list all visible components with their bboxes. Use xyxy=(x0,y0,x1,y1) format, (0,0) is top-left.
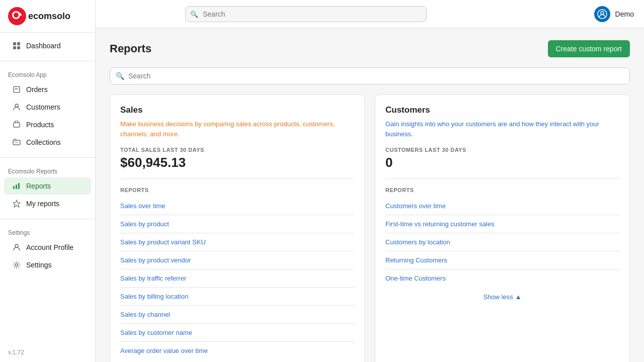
sidebar-item-orders[interactable]: Orders xyxy=(4,81,91,98)
svg-rect-5 xyxy=(17,42,20,45)
reports-cards-grid: Sales Make business decisions by compari… xyxy=(110,95,630,362)
settings-section-label: Settings xyxy=(0,225,95,238)
sidebar-item-settings[interactable]: Settings xyxy=(4,256,91,274)
sidebar-item-account-profile[interactable]: Account Profile xyxy=(4,239,91,256)
sidebar-item-my-reports[interactable]: My reports xyxy=(4,195,91,212)
top-search-input[interactable] xyxy=(185,6,427,22)
sales-stat-label: TOTAL SALES LAST 30 DAYS xyxy=(120,147,354,153)
create-custom-report-button[interactable]: Create custom report xyxy=(548,40,630,57)
report-link-customers-by-location[interactable]: Customers by location xyxy=(385,233,619,251)
topbar: 🔍 Demo xyxy=(96,0,644,28)
products-label: Products xyxy=(26,121,54,129)
main-content: Reports Create custom report 🔍 Sales Mak… xyxy=(96,28,644,362)
reports-search-input[interactable] xyxy=(110,67,630,84)
reports-icon xyxy=(12,182,21,191)
sales-card-title: Sales xyxy=(120,105,354,115)
customers-card: Customers Gain insights into who your cu… xyxy=(375,95,630,362)
settings-section: Settings Account Profile Settings xyxy=(0,221,95,278)
report-link-customers-over-time[interactable]: Customers over time xyxy=(385,197,619,215)
sidebar-item-collections[interactable]: Collections xyxy=(4,134,91,151)
customers-reports-label: REPORTS xyxy=(385,187,619,193)
svg-point-9 xyxy=(15,104,18,107)
sidebar-item-dashboard[interactable]: Dashboard xyxy=(4,37,91,54)
sales-card-description: Make business decisions by comparing sal… xyxy=(120,119,354,139)
avatar xyxy=(594,6,610,22)
report-link-sales-over-time[interactable]: Sales over time xyxy=(120,197,354,215)
report-link-sales-by-channel[interactable]: Sales by channel xyxy=(120,306,354,324)
settings-icon xyxy=(12,260,21,269)
report-link-average-order-value[interactable]: Average order value over time xyxy=(120,342,354,359)
svg-rect-6 xyxy=(13,46,16,49)
reports-search-icon: 🔍 xyxy=(116,72,124,80)
customers-chevron-up-icon: ▲ xyxy=(515,293,522,301)
sidebar: ecomsolo Dashboard Ecomsolo App Orders xyxy=(0,0,96,362)
customers-show-less[interactable]: Show less ▲ xyxy=(385,287,619,301)
report-link-one-time-customers[interactable]: One-time Customers xyxy=(385,269,619,287)
customers-label: Customers xyxy=(26,103,60,111)
customers-stat-label: CUSTOMERS LAST 30 DAYS xyxy=(385,147,619,153)
report-link-returning-customers[interactable]: Returning Customers xyxy=(385,251,619,269)
report-link-first-time-vs-returning[interactable]: First-time vs returning customer sales xyxy=(385,215,619,233)
collections-icon xyxy=(12,138,21,147)
collections-label: Collections xyxy=(26,138,60,146)
nav-separator-2 xyxy=(0,157,95,158)
report-link-sales-by-traffic-referrer[interactable]: Sales by traffic referrer xyxy=(120,269,354,288)
nav-separator-3 xyxy=(0,219,95,219)
svg-rect-14 xyxy=(18,183,20,189)
report-link-sales-by-variant-sku[interactable]: Sales by product variant SKU xyxy=(120,233,354,251)
report-link-sales-by-customer-name[interactable]: Sales by customer name xyxy=(120,324,354,342)
svg-marker-15 xyxy=(13,200,20,207)
account-profile-icon xyxy=(12,243,21,252)
sidebar-item-products[interactable]: Products xyxy=(4,116,91,133)
user-name: Demo xyxy=(615,10,634,18)
customers-stat-value: 0 xyxy=(385,155,619,179)
sales-card: Sales Make business decisions by compari… xyxy=(110,95,365,362)
dashboard-label: Dashboard xyxy=(26,42,61,50)
version-label: v.1.72 xyxy=(0,343,95,362)
logo-area: ecomsolo xyxy=(0,0,95,33)
nav-separator-1 xyxy=(0,61,95,61)
report-link-sales-by-billing-location[interactable]: Sales by billing location xyxy=(120,288,354,306)
ecomsolo-app-section: Ecomsolo App Orders Customers Products xyxy=(0,63,95,155)
customers-card-title: Customers xyxy=(385,105,619,115)
page-header: Reports Create custom report xyxy=(110,40,630,57)
svg-rect-7 xyxy=(17,46,20,49)
sidebar-item-customers[interactable]: Customers xyxy=(4,99,91,116)
reports-section: Ecomsolo Reports Reports My reports xyxy=(0,160,95,217)
sidebar-item-reports[interactable]: Reports xyxy=(4,177,91,195)
reports-section-label: Ecomsolo Reports xyxy=(0,164,95,177)
sales-reports-label: REPORTS xyxy=(120,187,354,193)
page-title: Reports xyxy=(110,42,151,55)
dashboard-icon xyxy=(12,41,21,50)
topbar-right: Demo xyxy=(594,6,634,22)
reports-search-bar: 🔍 xyxy=(110,67,630,84)
account-profile-label: Account Profile xyxy=(26,243,73,251)
ecomsolo-app-label: Ecomsolo App xyxy=(0,67,95,80)
orders-icon xyxy=(12,85,21,94)
settings-label: Settings xyxy=(26,261,52,269)
top-search-bar: 🔍 xyxy=(185,6,427,22)
customers-show-less-label: Show less xyxy=(483,293,513,301)
sales-stat-value: $60,945.13 xyxy=(120,155,354,179)
customers-card-description: Gain insights into who your customers ar… xyxy=(385,119,619,139)
report-link-sales-by-vendor[interactable]: Sales by product vendor xyxy=(120,251,354,269)
brand-name: ecomsolo xyxy=(28,11,70,22)
reports-nav-label: Reports xyxy=(26,182,51,190)
report-link-sales-by-product[interactable]: Sales by product xyxy=(120,215,354,233)
customers-icon xyxy=(12,103,21,112)
svg-rect-4 xyxy=(13,42,16,45)
svg-rect-10 xyxy=(14,123,20,127)
ecomsolo-logo xyxy=(8,7,26,25)
svg-rect-13 xyxy=(16,185,17,189)
products-icon xyxy=(12,120,21,129)
top-search-icon: 🔍 xyxy=(190,10,198,18)
my-reports-icon xyxy=(12,199,21,208)
sales-show-less[interactable]: Show less ▲ xyxy=(120,359,354,362)
svg-point-16 xyxy=(15,244,18,247)
main-nav-section: Dashboard xyxy=(0,33,95,59)
svg-point-2 xyxy=(14,13,19,18)
svg-point-17 xyxy=(16,264,18,266)
my-reports-label: My reports xyxy=(26,200,59,208)
svg-rect-12 xyxy=(13,186,15,189)
orders-label: Orders xyxy=(26,85,48,94)
